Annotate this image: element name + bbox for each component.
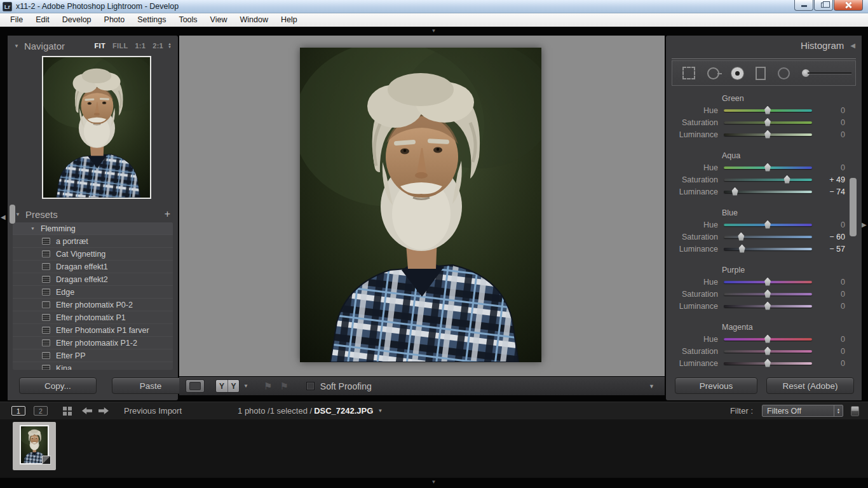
filename-caret-icon[interactable]: ▼ <box>377 408 383 414</box>
paste-button[interactable]: Paste <box>112 377 189 394</box>
hsl-slider-track[interactable] <box>724 224 812 226</box>
preset-item[interactable]: Efter Photomatix P1 farver <box>13 324 173 337</box>
hsl-slider-thumb[interactable] <box>764 278 772 286</box>
hsl-slider-thumb[interactable] <box>764 359 772 367</box>
minimize-button[interactable] <box>794 0 813 11</box>
filter-dropdown[interactable]: Filters Off ▲ ▼ <box>762 405 843 417</box>
hsl-slider-track[interactable] <box>724 350 812 353</box>
reset-button[interactable]: Reset (Adobe) <box>766 377 854 394</box>
second-window-button[interactable]: 2 <box>34 406 48 416</box>
main-photo[interactable] <box>300 48 541 362</box>
navigator-preview[interactable] <box>42 56 151 199</box>
hsl-slider-track[interactable] <box>724 362 812 365</box>
hsl-slider-track[interactable] <box>724 293 812 295</box>
hsl-slider-track[interactable] <box>724 179 812 181</box>
menu-develop[interactable]: Develop <box>56 13 98 27</box>
collapse-left-panel-icon[interactable]: ◀ <box>1 213 6 222</box>
preset-item[interactable]: Efter photomatix P1 <box>13 311 173 324</box>
copy-button[interactable]: Copy... <box>19 377 97 394</box>
menu-photo[interactable]: Photo <box>98 13 132 27</box>
disclosure-triangle-icon[interactable]: ▼ <box>15 212 20 217</box>
zoom-mode-2-1[interactable]: 2:1 <box>153 42 163 50</box>
hsl-slider-track[interactable] <box>724 133 812 136</box>
soft-proofing-checkbox[interactable] <box>306 382 315 390</box>
bottom-panel-grip[interactable]: ▼ <box>0 479 868 485</box>
hsl-slider-thumb[interactable] <box>783 175 791 184</box>
hsl-slider-track[interactable] <box>724 109 812 112</box>
hsl-slider-track[interactable] <box>724 191 812 193</box>
main-window-button[interactable]: 1 <box>11 406 25 416</box>
radial-filter-icon[interactable] <box>778 67 790 79</box>
zoom-mode-fill[interactable]: FILL <box>112 42 128 50</box>
filmstrip-filter-switch-icon[interactable] <box>851 406 859 416</box>
preset-item[interactable]: Efter photomaatix P1-2 <box>13 337 173 349</box>
presets-header[interactable]: ▼ Presets + <box>8 207 178 221</box>
restore-button[interactable] <box>814 0 833 11</box>
menu-edit[interactable]: Edit <box>29 13 56 27</box>
hsl-slider-track[interactable] <box>724 236 812 238</box>
preset-item[interactable]: Cat Vignetting <box>13 248 173 261</box>
grid-view-icon[interactable] <box>63 407 72 416</box>
loupe-view-button[interactable] <box>186 379 205 393</box>
preset-item[interactable]: Dragan effekt2 <box>13 273 173 286</box>
source-label[interactable]: Previous Import <box>124 406 182 416</box>
filter-stepper-icon[interactable]: ▲ ▼ <box>834 405 843 416</box>
top-panel-grip[interactable]: ▼ <box>0 28 868 34</box>
add-preset-icon[interactable]: + <box>165 209 170 219</box>
histogram-header[interactable]: Histogram ◀ <box>801 40 855 51</box>
histogram-collapse-icon[interactable]: ◀ <box>850 42 855 49</box>
menu-window[interactable]: Window <box>233 13 274 27</box>
adjustment-brush-icon[interactable] <box>802 67 851 79</box>
hsl-slider-track[interactable] <box>724 281 812 283</box>
hsl-slider-thumb[interactable] <box>764 130 772 139</box>
hsl-slider-track[interactable] <box>724 338 812 341</box>
hsl-slider-thumb[interactable] <box>764 302 772 310</box>
current-filename[interactable]: DSC_7242.JPG <box>314 406 373 416</box>
menu-tools[interactable]: Tools <box>172 13 203 27</box>
compare-view-button[interactable]: YY <box>215 379 240 393</box>
hsl-slider-track[interactable] <box>724 248 812 250</box>
navigator-header[interactable]: ▼ Navigator FITFILL1:12:1 ▲ ▼ <box>8 38 178 53</box>
zoom-mode-1-1[interactable]: 1:1 <box>135 42 146 50</box>
hsl-slider-thumb[interactable] <box>764 118 772 126</box>
hsl-slider-track[interactable] <box>724 121 812 124</box>
graduated-filter-icon[interactable] <box>756 67 766 80</box>
adjustments-badge-icon[interactable] <box>42 456 51 464</box>
hsl-slider-thumb[interactable] <box>764 335 772 343</box>
left-panel-scrollbar[interactable] <box>10 205 15 224</box>
flag-pick-icon[interactable]: ⚑ <box>264 381 272 391</box>
collapse-right-panel-icon[interactable]: ▶ <box>862 220 867 229</box>
spot-removal-icon[interactable] <box>707 67 719 79</box>
menu-file[interactable]: File <box>4 13 29 27</box>
preset-item[interactable]: Kina <box>13 362 173 370</box>
previous-button[interactable]: Previous <box>675 377 757 394</box>
close-button[interactable] <box>834 0 863 11</box>
zoom-mode-fit[interactable]: FIT <box>95 42 105 50</box>
hsl-slider-thumb[interactable] <box>738 245 746 253</box>
preset-item[interactable]: Edge <box>13 286 173 299</box>
hsl-slider-thumb[interactable] <box>737 233 745 241</box>
menu-view[interactable]: View <box>204 13 234 27</box>
forward-arrow-icon[interactable] <box>98 407 109 414</box>
folder-disclosure-icon[interactable]: ▼ <box>31 226 35 231</box>
compare-view-caret-icon[interactable]: ▼ <box>243 383 248 389</box>
menu-help[interactable]: Help <box>275 13 304 27</box>
red-eye-icon[interactable] <box>731 67 743 79</box>
right-panel-scrollbar[interactable] <box>850 178 857 236</box>
hsl-slider-thumb[interactable] <box>731 187 739 196</box>
hsl-slider-thumb[interactable] <box>764 163 772 172</box>
preset-item[interactable]: a portræt <box>13 235 173 248</box>
preset-item[interactable]: Efter photomatix P0-2 <box>13 299 173 311</box>
filmstrip-selected-cell[interactable] <box>13 422 56 470</box>
disclosure-triangle-icon[interactable]: ▼ <box>14 43 19 49</box>
toolbar-options-caret-icon[interactable]: ▼ <box>649 383 654 390</box>
crop-overlay-icon[interactable] <box>682 67 695 79</box>
hsl-slider-thumb[interactable] <box>764 347 772 355</box>
hsl-slider-thumb[interactable] <box>764 290 772 298</box>
hsl-slider-track[interactable] <box>724 305 812 308</box>
hsl-slider-track[interactable] <box>724 166 812 169</box>
menu-settings[interactable]: Settings <box>131 13 172 27</box>
preset-item[interactable]: Dragan effekt1 <box>13 261 173 273</box>
preset-folder[interactable]: ▼ Flemming <box>13 222 173 235</box>
zoom-stepper-icon[interactable]: ▲ ▼ <box>168 43 172 49</box>
